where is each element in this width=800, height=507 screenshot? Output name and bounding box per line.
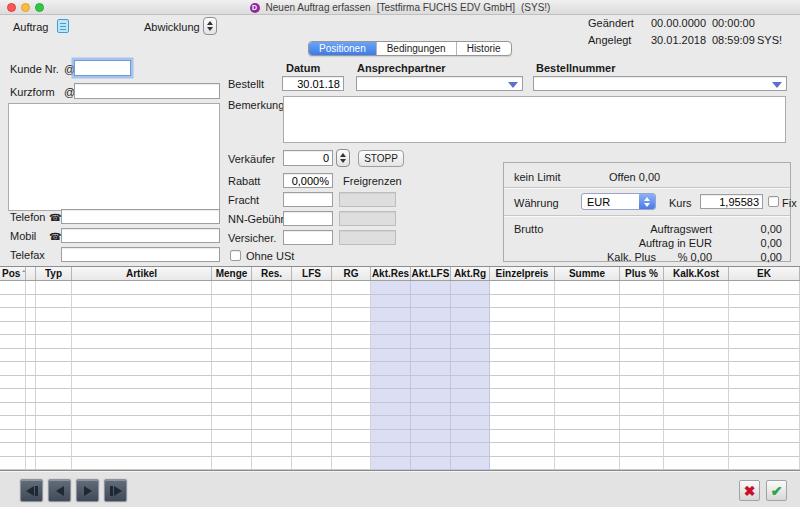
- column-header-artikel[interactable]: Artikel: [72, 267, 212, 280]
- tab-positionen[interactable]: Positionen: [309, 42, 377, 55]
- table-row[interactable]: [0, 349, 800, 363]
- column-header-einzelpreis[interactable]: Einzelpreis: [490, 267, 555, 280]
- table-cell: [555, 281, 620, 295]
- table-cell: [26, 308, 36, 322]
- window-title-text: Neuen Auftrag erfassen: [266, 2, 371, 13]
- table-cell: [26, 281, 36, 295]
- column-header-plus-[interactable]: Plus %: [620, 267, 664, 280]
- last-record-button[interactable]: [104, 479, 127, 502]
- kunde-nr-input[interactable]: [74, 60, 131, 76]
- column-header-akt-lfs[interactable]: Akt.LFS: [411, 267, 451, 280]
- ansprechpartner-label: Ansprechpartner: [357, 62, 446, 74]
- table-row[interactable]: [0, 295, 800, 309]
- cancel-button[interactable]: ✖: [739, 480, 760, 501]
- telefax-input[interactable]: [61, 247, 220, 262]
- table-cell: [252, 389, 292, 403]
- table-cell: [620, 349, 664, 363]
- customer-address-box[interactable]: [8, 103, 220, 211]
- tab-bar: Positionen Bedingungen Historie: [308, 41, 512, 56]
- column-header-akt-rg[interactable]: Akt.Rg: [451, 267, 490, 280]
- table-row[interactable]: [0, 281, 800, 295]
- bemerkung-textarea[interactable]: [283, 96, 786, 143]
- kurs-label: Kurs: [669, 197, 692, 209]
- table-cell: [0, 281, 26, 295]
- table-row[interactable]: [0, 430, 800, 444]
- kurzform-input[interactable]: [74, 83, 220, 99]
- waehrung-label: Währung: [514, 197, 559, 209]
- table-cell: [729, 335, 800, 349]
- positions-table-header: PosˆTypArtikelMengeRes.LFSRGAkt.ResAkt.L…: [0, 266, 800, 281]
- next-record-button[interactable]: [76, 479, 99, 502]
- mobil-input[interactable]: [61, 228, 220, 243]
- table-cell: [0, 457, 26, 471]
- stopp-button[interactable]: STOPP: [358, 150, 404, 167]
- table-row[interactable]: [0, 362, 800, 376]
- table-row[interactable]: [0, 416, 800, 430]
- column-header-summe[interactable]: Summe: [555, 267, 620, 280]
- column-header-kalk-kost[interactable]: Kalk.Kost: [664, 267, 729, 280]
- table-row[interactable]: [0, 308, 800, 322]
- rabatt-input[interactable]: [283, 173, 333, 188]
- kurs-input[interactable]: [700, 194, 763, 209]
- table-cell: [212, 322, 252, 336]
- table-cell: [36, 335, 72, 349]
- table-cell: [0, 416, 26, 430]
- bestellnummer-select[interactable]: [533, 76, 787, 91]
- telefon-input[interactable]: [61, 209, 220, 224]
- table-cell: [620, 362, 664, 376]
- column-header-lfs[interactable]: LFS: [292, 267, 332, 280]
- table-cell: [490, 281, 555, 295]
- document-list-icon[interactable]: [57, 19, 69, 33]
- table-cell: [555, 362, 620, 376]
- created-time: 08:59:09: [712, 34, 755, 46]
- previous-record-button[interactable]: [48, 479, 71, 502]
- table-cell: [292, 443, 332, 457]
- column-header-pos[interactable]: Posˆ: [0, 267, 26, 280]
- table-row[interactable]: [0, 389, 800, 403]
- table-cell: [292, 349, 332, 363]
- ohne-ust-checkbox[interactable]: [230, 250, 241, 261]
- table-cell: [490, 308, 555, 322]
- table-cell: [555, 443, 620, 457]
- column-header-typ[interactable]: Typ: [36, 267, 72, 280]
- table-row[interactable]: [0, 457, 800, 471]
- table-cell: [212, 349, 252, 363]
- table-row[interactable]: [0, 443, 800, 457]
- table-cell: [451, 335, 490, 349]
- tab-bedingungen[interactable]: Bedingungen: [377, 42, 457, 55]
- table-cell: [252, 335, 292, 349]
- stepper-up-icon: [340, 153, 346, 157]
- fracht-input[interactable]: [283, 192, 333, 207]
- table-cell: [664, 416, 729, 430]
- table-cell: [36, 295, 72, 309]
- created-date: 30.01.2018: [651, 34, 706, 46]
- workflow-stepper[interactable]: [203, 17, 217, 35]
- waehrung-select[interactable]: EUR: [581, 193, 656, 210]
- modified-label: Geändert: [588, 17, 634, 29]
- column-header-rg[interactable]: RG: [332, 267, 371, 280]
- table-cell: [490, 389, 555, 403]
- table-row[interactable]: [0, 376, 800, 390]
- table-cell: [620, 389, 664, 403]
- positions-table-body[interactable]: [0, 281, 800, 470]
- nn-gebuehr-input[interactable]: [283, 211, 333, 226]
- fix-checkbox[interactable]: [768, 196, 779, 207]
- table-row[interactable]: [0, 322, 800, 336]
- verkaeufer-input[interactable]: [283, 150, 333, 166]
- table-row[interactable]: [0, 335, 800, 349]
- column-header-akt-res[interactable]: Akt.Res: [371, 267, 411, 280]
- sort-ascending-icon: ˆ: [22, 269, 25, 279]
- column-header-spacer[interactable]: [26, 267, 36, 280]
- ansprechpartner-select[interactable]: [356, 76, 523, 91]
- datum-input[interactable]: [282, 76, 344, 91]
- tab-historie[interactable]: Historie: [457, 42, 511, 55]
- confirm-button[interactable]: ✔: [766, 480, 787, 501]
- table-row[interactable]: [0, 403, 800, 417]
- column-header-res-[interactable]: Res.: [252, 267, 292, 280]
- column-header-menge[interactable]: Menge: [212, 267, 252, 280]
- versicher-input[interactable]: [283, 230, 333, 245]
- first-record-button[interactable]: [20, 479, 43, 502]
- verkaeufer-stepper[interactable]: [336, 149, 350, 167]
- chevron-down-icon: [508, 82, 518, 88]
- column-header-ek[interactable]: EK: [729, 267, 800, 280]
